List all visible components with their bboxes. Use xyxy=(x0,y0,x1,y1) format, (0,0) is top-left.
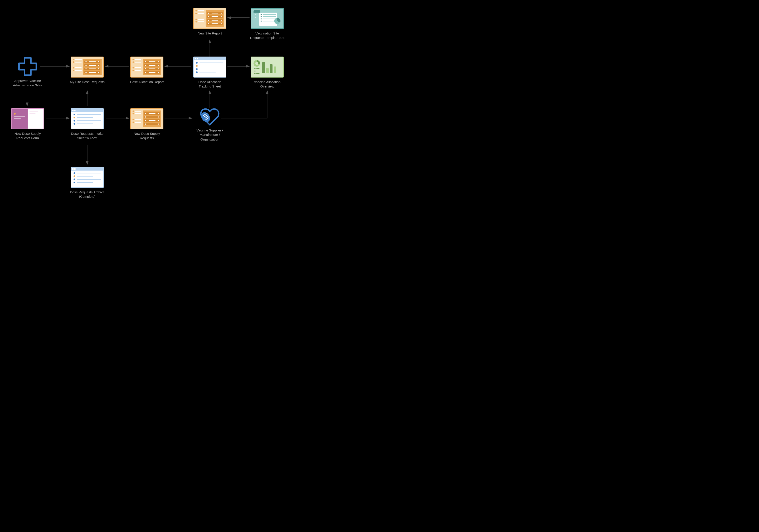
label-my-site-dose: My Site Dose Requests xyxy=(70,80,105,84)
node-new-dose-form: New Dose Supply Requests Form xyxy=(10,108,45,141)
node-new-site-report: New Site Report xyxy=(192,8,227,36)
report-icon xyxy=(71,57,104,78)
report-icon xyxy=(130,108,163,129)
form-icon xyxy=(11,108,44,129)
dashboard-icon xyxy=(251,57,284,78)
node-archive: Dose Requests Archive (Complete) xyxy=(69,167,105,199)
medical-cross-icon xyxy=(18,57,38,76)
node-new-dose-requests: New Dose Supply Requests xyxy=(129,108,165,141)
label-new-dose-form: New Dose Supply Requests Form xyxy=(10,132,45,141)
label-archive: Dose Requests Archive (Complete) xyxy=(69,190,105,199)
label-dose-alloc-report: Dose Allocation Report xyxy=(130,80,164,84)
sheet-icon xyxy=(193,57,226,78)
sheet-icon xyxy=(71,167,104,188)
label-new-dose-requests: New Dose Supply Requests xyxy=(129,132,165,141)
node-intake-sheet: Dose Requests Intake Sheet w Form xyxy=(69,108,105,141)
template-set-icon: ✓ ✓ xyxy=(251,8,284,29)
label-approved-sites: Approved Vaccine Administration Sites xyxy=(10,79,45,88)
node-vaccine-overview: Vaccine Allocation Overview xyxy=(250,57,285,89)
node-template-set: ✓ ✓ Vaccination Site Requests Template S… xyxy=(250,8,285,40)
report-icon xyxy=(130,57,163,78)
label-template-set: Vaccination Site Requests Template Set xyxy=(250,31,285,40)
sheet-icon xyxy=(71,108,104,129)
label-new-site-report: New Site Report xyxy=(198,31,222,36)
label-vaccine-overview: Vaccine Allocation Overview xyxy=(250,80,285,89)
node-dose-alloc-tracking: Dose Allocation Tracking Sheet xyxy=(192,57,227,89)
node-dose-alloc-report: Dose Allocation Report xyxy=(129,57,165,84)
svg-point-13 xyxy=(200,110,212,124)
node-my-site-dose: My Site Dose Requests xyxy=(69,57,105,84)
label-supplier: Vaccine Supplier / Manufactuer / Organiz… xyxy=(192,128,227,142)
node-approved-sites: Approved Vaccine Administration Sites xyxy=(10,57,45,88)
label-dose-alloc-tracking: Dose Allocation Tracking Sheet xyxy=(192,80,227,89)
report-icon xyxy=(193,8,226,29)
heart-pill-icon xyxy=(200,108,220,126)
label-intake-sheet: Dose Requests Intake Sheet w Form xyxy=(69,132,105,141)
node-supplier: Vaccine Supplier / Manufactuer / Organiz… xyxy=(192,108,227,142)
